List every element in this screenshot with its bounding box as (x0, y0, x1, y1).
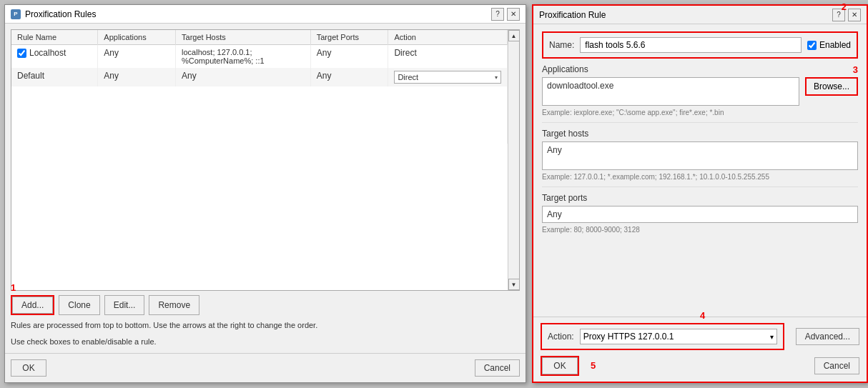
add-button[interactable]: Add... (12, 297, 53, 314)
col-applications: Applications (98, 30, 176, 45)
left-dialog-title: Proxification Rules (25, 9, 96, 19)
action-dropdown-right[interactable]: Proxy HTTPS 127.0.0.1 ▾ (580, 329, 777, 344)
right-dialog: Proxification Rule ? ✕ Name: Enabled App… (532, 4, 868, 383)
target-hosts-section: Target hosts Any Example: 127.0.0.1; *.e… (542, 129, 858, 181)
target-hosts-example: Example: 127.0.0.1; *.example.com; 192.1… (542, 173, 858, 181)
rules-table-container: Rule Name Applications Target Hosts Targ… (11, 29, 520, 291)
info-text-1: Rules are processed from top to bottom. … (11, 319, 520, 332)
row2-name-label: Default (17, 71, 44, 81)
annotation-1: 1 (11, 282, 16, 293)
table-row[interactable]: Default Any Any Any Direct ▾ (11, 68, 508, 86)
target-ports-label: Target ports (542, 193, 858, 203)
dropdown-arrow-icon: ▾ (495, 74, 498, 81)
ok-button-wrap: OK (541, 356, 579, 376)
applications-inner: downloadtool.exe (542, 77, 799, 106)
right-close-button[interactable]: ✕ (848, 9, 861, 21)
col-action: Action (388, 30, 508, 45)
left-dialog-footer: OK Cancel (5, 353, 526, 382)
row2-name: Default (11, 68, 98, 86)
remove-button[interactable]: Remove (149, 295, 199, 315)
left-title-group: P Proxification Rules (11, 9, 96, 19)
left-dialog: P Proxification Rules ? ✕ Rule Name Appl… (4, 4, 526, 383)
row1-ports: Any (310, 45, 388, 69)
right-ok-button[interactable]: OK (542, 357, 578, 374)
col-rule-name: Rule Name (11, 30, 98, 45)
right-title-group: Proxification Rule (539, 10, 606, 20)
clone-button[interactable]: Clone (59, 295, 99, 315)
row1-checkbox[interactable] (17, 49, 26, 58)
app-icon: P (11, 9, 21, 19)
browse-btn-wrap: 3 Browse... (805, 77, 858, 96)
enabled-section: Enabled (807, 40, 851, 50)
applications-section: Applications downloadtool.exe 3 Browse..… (542, 64, 858, 116)
annotation-4: 4 (700, 310, 705, 321)
col-target-hosts: Target Hosts (176, 30, 311, 45)
table-scrollbar: ▲ ▼ (508, 30, 519, 290)
close-button[interactable]: ✕ (507, 8, 520, 21)
right-content: Name: Enabled Applications downloadtool.… (533, 24, 867, 317)
left-dialog-content: Rule Name Applications Target Hosts Targ… (5, 24, 526, 353)
target-hosts-input[interactable]: Any (542, 141, 858, 170)
action-footer-row: 4 Action: Proxy HTTPS 127.0.0.1 ▾ Advanc… (541, 323, 859, 350)
table-header-row: Rule Name Applications Target Hosts Targ… (11, 30, 508, 45)
right-footer: 4 Action: Proxy HTTPS 127.0.0.1 ▾ Advanc… (533, 317, 867, 382)
action-label: Action: (548, 332, 574, 342)
action-section: Action: Proxy HTTPS 127.0.0.1 ▾ (541, 323, 784, 350)
empty-cell (11, 86, 508, 144)
titlebar-buttons: ? ✕ (491, 8, 520, 21)
enabled-label: Enabled (819, 40, 851, 50)
row2-ports: Any (310, 68, 388, 86)
divider-1 (542, 122, 858, 123)
applications-input[interactable]: downloadtool.exe (542, 77, 799, 106)
right-titlebar: Proxification Rule ? ✕ (533, 6, 867, 24)
scroll-up-button[interactable]: ▲ (508, 30, 520, 41)
help-button[interactable]: ? (491, 8, 504, 21)
rules-table: Rule Name Applications Target Hosts Targ… (11, 30, 508, 144)
row2-action[interactable]: Direct ▾ (388, 68, 508, 86)
divider-2 (542, 186, 858, 187)
table-row[interactable]: Localhost Any localhost; 127.0.0.1;%Comp… (11, 45, 508, 69)
applications-example: Example: iexplore.exe; "C:\some app.exe"… (542, 109, 858, 116)
target-ports-input[interactable]: Any (542, 206, 858, 223)
col-target-ports: Target Ports (310, 30, 388, 45)
action-value: Proxy HTTPS 127.0.0.1 (583, 332, 674, 342)
name-label: Name: (549, 40, 574, 50)
annotation-5: 5 (591, 360, 596, 371)
right-dialog-title: Proxification Rule (539, 10, 606, 20)
row1-name-label: Localhost (29, 48, 66, 58)
annotation-2: 2 (842, 1, 847, 12)
target-ports-example: Example: 80; 8000-9000; 3128 (542, 226, 858, 234)
row1-apps: Any (98, 45, 176, 69)
info-text-2: Use check boxes to enable/disable a rule… (11, 336, 520, 348)
left-cancel-button[interactable]: Cancel (475, 359, 520, 377)
table-row-empty (11, 86, 508, 144)
target-hosts-label: Target hosts (542, 129, 858, 139)
action-dropdown-arrow-icon: ▾ (770, 333, 774, 341)
scroll-down-button[interactable]: ▼ (508, 279, 520, 290)
action-dropdown[interactable]: Direct ▾ (394, 71, 501, 84)
advanced-button[interactable]: Advanced... (796, 328, 859, 345)
applications-label: Applications (542, 64, 858, 74)
name-section: Name: Enabled (542, 31, 858, 59)
edit-button[interactable]: Edit... (104, 295, 145, 315)
row1-hosts: localhost; 127.0.0.1;%ComputerName%; ::1 (176, 45, 311, 69)
left-ok-button[interactable]: OK (11, 359, 46, 377)
annotation-3: 3 (853, 64, 858, 75)
browse-button[interactable]: Browse... (805, 77, 858, 96)
right-cancel-button[interactable]: Cancel (814, 357, 859, 374)
row2-hosts: Any (176, 68, 311, 86)
name-input[interactable] (580, 37, 802, 53)
target-ports-section: Target ports Any Example: 80; 8000-9000;… (542, 193, 858, 234)
row1-action: Direct (388, 45, 508, 69)
right-dialog-wrapper: 2 Proxification Rule ? ✕ Name: Enabled (526, 0, 868, 388)
applications-row: downloadtool.exe 3 Browse... (542, 77, 858, 106)
row2-apps: Any (98, 68, 176, 86)
footer-bottom-row: 5 OK Cancel (541, 356, 859, 376)
enabled-checkbox[interactable] (807, 41, 817, 50)
right-titlebar-buttons: ? ✕ (832, 9, 861, 21)
left-titlebar: P Proxification Rules ? ✕ (5, 5, 526, 24)
action-buttons-row: 1 Add... Clone Edit... Remove (11, 295, 520, 315)
row1-name: Localhost (11, 45, 98, 69)
rules-table-inner: Rule Name Applications Target Hosts Targ… (11, 30, 508, 290)
